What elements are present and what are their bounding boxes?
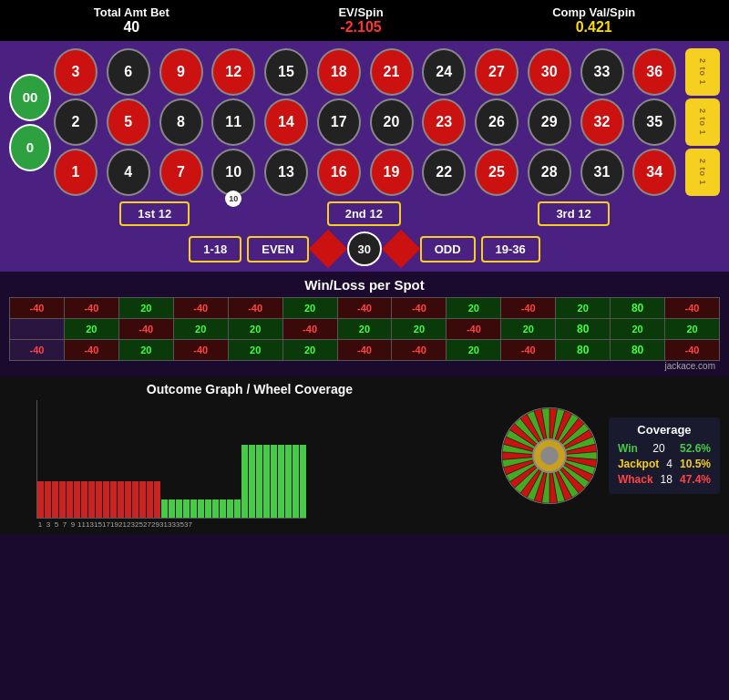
number-cell-32[interactable]: 32	[580, 98, 624, 146]
third-dozen[interactable]: 3rd 12	[538, 201, 609, 226]
whack-pct: 47.4%	[680, 473, 711, 486]
bar-13	[132, 404, 139, 518]
number-cell-36[interactable]: 36	[632, 48, 676, 96]
number-cell-5[interactable]: 5	[107, 98, 150, 146]
number-cell-9[interactable]: 9	[159, 48, 203, 96]
wl-cell-0-2: 20	[118, 298, 173, 319]
bet-19-36[interactable]: 19-36	[481, 236, 540, 262]
bar-26	[227, 404, 233, 518]
number-cell-4[interactable]: 4	[107, 149, 150, 196]
wl-cell-2-6: -40	[337, 340, 392, 361]
number-cell-24[interactable]: 24	[422, 48, 466, 96]
wl-row-2: -40-4020-402020-40-4020-408080-40	[10, 340, 720, 361]
bar-rect-9	[103, 481, 109, 518]
win-label: Win	[618, 442, 638, 455]
number-cell-29[interactable]: 29	[528, 98, 571, 146]
number-cell-26[interactable]: 26	[475, 98, 519, 146]
bar-23	[205, 404, 211, 518]
wl-cell-2-8: 20	[447, 340, 501, 361]
number-cell-20[interactable]: 20	[370, 98, 414, 146]
number-cell-35[interactable]: 35	[632, 98, 676, 146]
diamond-icon	[308, 230, 346, 268]
bet-odd[interactable]: ODD	[420, 236, 476, 262]
number-cell-33[interactable]: 33	[580, 48, 624, 96]
number-cell-14[interactable]: 14	[264, 98, 308, 146]
bar-25	[220, 404, 226, 518]
number-cell-17[interactable]: 17	[317, 98, 361, 146]
number-cell-16[interactable]: 16	[317, 149, 361, 196]
x-label-37: 37	[184, 520, 191, 529]
bar-rect-33	[278, 445, 284, 518]
bar-31	[263, 404, 270, 518]
wl-row-1: 20-402020-402020-4020802020	[10, 319, 720, 340]
col-label-1[interactable]: 2 to 1	[685, 48, 720, 96]
coverage-title: Coverage	[618, 423, 711, 437]
number-cell-8[interactable]: 8	[159, 98, 203, 146]
bar-rect-11	[118, 481, 124, 518]
number-cell-30[interactable]: 30	[528, 48, 571, 96]
number-cell-13[interactable]: 13	[264, 149, 308, 196]
number-cell-7[interactable]: 7	[159, 149, 203, 196]
wheel-coverage-area: Coverage Win 20 52.6% Jackpot 4 10.5% Wh…	[499, 382, 720, 529]
column-labels: 2 to 1 2 to 1 2 to 1	[685, 48, 720, 196]
number-cell-28[interactable]: 28	[528, 149, 571, 196]
number-cell-2[interactable]: 2	[54, 98, 98, 146]
number-cell-6[interactable]: 6	[107, 48, 150, 96]
bar-35	[293, 404, 299, 518]
number-cell-10[interactable]: 1010	[211, 149, 255, 196]
bar-rect-24	[212, 499, 219, 518]
wheel-svg	[499, 406, 600, 506]
x-label-3: 3	[45, 520, 52, 529]
total-amt-bet-value: 40	[94, 19, 169, 36]
zero[interactable]: 0	[9, 124, 51, 171]
number-cell-11[interactable]: 11	[211, 98, 255, 146]
bar-rect-14	[139, 481, 146, 518]
x-axis-labels: 135791113151719212325272931333537	[9, 520, 490, 529]
bar-34	[285, 404, 292, 518]
graph-title: Outcome Graph / Wheel Coverage	[9, 382, 490, 396]
bar-rect-4	[67, 481, 73, 518]
x-label-25: 25	[135, 520, 142, 529]
x-label-7: 7	[61, 520, 68, 529]
second-dozen[interactable]: 2nd 12	[327, 201, 401, 226]
number-cell-31[interactable]: 31	[580, 149, 624, 196]
x-label-17: 17	[102, 520, 109, 529]
wl-cell-0-9: -40	[501, 298, 556, 319]
number-cell-19[interactable]: 19	[370, 149, 414, 196]
number-cell-15[interactable]: 15	[264, 48, 308, 96]
wl-cell-0-11: 80	[611, 298, 665, 319]
col-label-3[interactable]: 2 to 1	[685, 149, 720, 196]
bar-rect-29	[249, 445, 255, 518]
bar-32	[271, 404, 277, 518]
first-dozen[interactable]: 1st 12	[119, 201, 190, 226]
x-label-15: 15	[94, 520, 101, 529]
number-cell-22[interactable]: 22	[422, 149, 466, 196]
coverage-box: Coverage Win 20 52.6% Jackpot 4 10.5% Wh…	[609, 417, 720, 494]
double-zero[interactable]: 00	[9, 74, 51, 121]
number-cell-1[interactable]: 1	[54, 149, 98, 196]
wl-cell-1-1: 20	[64, 319, 118, 340]
bar-7	[88, 404, 95, 518]
wl-cell-2-3: -40	[173, 340, 228, 361]
bar-rect-20	[183, 499, 190, 518]
svg-point-2	[540, 447, 559, 465]
number-cell-12[interactable]: 12	[211, 48, 255, 96]
number-cell-23[interactable]: 23	[422, 98, 466, 146]
number-cell-18[interactable]: 18	[317, 48, 361, 96]
bar-15	[147, 404, 153, 518]
col-label-2[interactable]: 2 to 1	[685, 98, 720, 146]
bet-1-18[interactable]: 1-18	[189, 236, 241, 262]
x-label-33: 33	[168, 520, 175, 529]
bar-rect-25	[220, 499, 226, 518]
number-cell-3[interactable]: 3	[54, 48, 98, 96]
bar-12	[125, 404, 131, 518]
number-cell-21[interactable]: 21	[370, 48, 414, 96]
x-label-23: 23	[127, 520, 134, 529]
bet-row: 1-18 EVEN 30 ODD 19-36	[9, 232, 720, 266]
bet-even[interactable]: EVEN	[247, 236, 308, 262]
bar-rect-13	[132, 481, 139, 518]
wl-cell-1-0	[10, 319, 65, 340]
number-cell-34[interactable]: 34	[632, 149, 676, 196]
number-cell-27[interactable]: 27	[475, 48, 519, 96]
number-cell-25[interactable]: 25	[475, 149, 519, 196]
